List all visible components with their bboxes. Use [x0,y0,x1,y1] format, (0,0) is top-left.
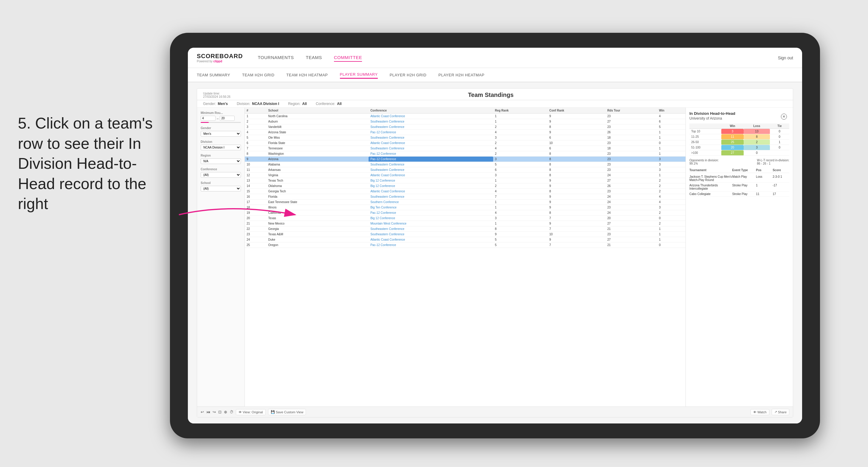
sign-out-link[interactable]: Sign out [778,56,793,60]
table-row[interactable]: 14OklahomaBig 12 Conference29262 [245,183,685,189]
conference-cell: Southeastern Conference [369,146,493,151]
table-row[interactable]: 25OregonPac-12 Conference57210 [245,243,685,248]
app-header: Update time: 27/03/2024 16:56:26 Team St… [197,89,793,100]
tourney-name: Arizona Thunderbirds Intercollegiate [689,184,732,190]
min-rounds-group: Minimum Rou... – [201,111,241,123]
rank-cell: 10 [245,162,267,167]
h2h-close-button[interactable]: ✕ [781,114,787,120]
rounds-slider[interactable] [201,122,241,123]
table-row[interactable]: 5Ole MissSoutheastern Conference36181 [245,135,685,141]
table-row[interactable]: 22GeorgiaSoutheastern Conference87211 [245,226,685,232]
rank-cell: 11 [245,167,267,173]
step-back-icon[interactable]: ⏮ [206,410,210,414]
table-row[interactable]: 17East Tennessee StateSouthern Conferenc… [245,199,685,205]
table-row[interactable]: 24DukeAtlantic Coast Conference59271 [245,237,685,243]
subnav-player-h2h-heatmap[interactable]: PLAYER H2H HEATMAP [438,71,484,79]
table-row[interactable]: 9ArizonaPac-12 Conference38233 [245,157,685,162]
region-select[interactable]: N/A [201,158,241,164]
nav-committee[interactable]: COMMITTEE [334,54,362,62]
min-rounds-sep: – [217,117,219,120]
save-custom-view-button[interactable]: 💾 Save Custom View [268,409,306,415]
view-original-button[interactable]: 👁 View: Original [236,409,266,415]
zoom-fit-icon[interactable]: ⊡ [218,410,221,414]
table-row[interactable]: 11ArkansasSoutheastern Conference68233 [245,167,685,173]
division-select[interactable]: NCAA Division I [201,145,241,150]
rank-cell: 8 [245,151,267,157]
school-cell: Duke [267,237,369,243]
table-row[interactable]: 2AuburnSoutheastern Conference19276 [245,119,685,124]
subnav-team-h2h-grid[interactable]: TEAM H2H GRID [242,71,274,79]
table-row[interactable]: 21New MexicoMountain West Conference1927… [245,221,685,226]
nav-tournaments[interactable]: TOURNAMENTS [258,54,294,62]
top-nav: SCOREBOARD Powered by clippd TOURNAMENTS… [188,48,802,68]
gender-filter-display: Gender: Men's [203,102,228,106]
rds-cell: 24 [606,199,657,205]
table-row[interactable]: 3VanderbiltSoutheastern Conference28235 [245,124,685,130]
table-row[interactable]: 18IllinoisBig Ten Conference19233 [245,205,685,210]
table-row[interactable]: 10AlabamaSoutheastern Conference58233 [245,162,685,167]
conf-rank-cell: 6 [548,146,606,151]
col-rds: Rds Tour [606,108,657,114]
table-row[interactable]: 7TennesseeSoutheastern Conference46181 [245,146,685,151]
zoom-in-icon[interactable]: ⊕ [224,410,227,414]
clock-icon[interactable]: ⏱ [229,410,234,414]
h2h-range-label: Top 10 [689,129,721,134]
h2h-table-row: 51-1002030 [689,145,789,150]
table-row[interactable]: 8WashingtonPac-12 Conference28231 [245,151,685,157]
table-row[interactable]: 12VirginiaAtlantic Coast Conference38241 [245,173,685,178]
conference-cell: Southeastern Conference [369,124,493,130]
table-row[interactable]: 1North CarolinaAtlantic Coast Conference… [245,114,685,119]
table-row[interactable]: 4Arizona StatePac-12 Conference49261 [245,130,685,135]
rank-cell: 23 [245,232,267,237]
wins-cell: 2 [657,178,685,183]
division-filter-display: Division: NCAA Division I [237,102,279,106]
nav-teams[interactable]: TEAMS [306,54,322,62]
h2h-loss-cell: 13 [744,129,770,134]
h2h-tie-cell [770,150,789,156]
share-label: Share [778,410,786,414]
opponents-label: Opponents in division: [689,159,719,162]
h2h-tie-cell: 1 [770,139,789,145]
col-school: School [267,108,369,114]
h2h-table-row: 11-251180 [689,134,789,139]
tourney-name: Cabo Collegiate [689,192,732,196]
table-row[interactable]: 23Texas A&MSoutheastern Conference910231 [245,232,685,237]
school-select[interactable]: (All) [201,186,241,191]
conference-cell: Pac-12 Conference [369,151,493,157]
table-row[interactable]: 20TexasBig 12 Conference37200 [245,216,685,221]
h2h-table-row: >100270 [689,150,789,156]
h2h-range-label: >100 [689,150,721,156]
subnav-team-h2h-heatmap[interactable]: TEAM H2H HEATMAP [286,71,328,79]
rds-cell: 23 [606,151,657,157]
wins-cell: 0 [657,243,685,248]
main-content: Update time: 27/03/2024 16:56:26 Team St… [188,82,802,424]
reg-rank-cell: 2 [493,151,548,157]
conference-select[interactable]: (All) [201,172,241,178]
table-row[interactable]: 16FloridaSoutheastern Conference79244 [245,194,685,199]
undo-icon[interactable]: ↩ [201,410,204,414]
table-row[interactable]: 15Georgia TechAtlantic Coast Conference4… [245,189,685,194]
subnav-team-summary[interactable]: TEAM SUMMARY [197,71,230,79]
table-row[interactable]: 13Texas TechBig 12 Conference19272 [245,178,685,183]
rank-cell: 17 [245,199,267,205]
wins-cell: 4 [657,199,685,205]
min-rounds-max-input[interactable] [220,116,235,121]
redo-icon[interactable]: ↪ [213,410,216,414]
watch-button[interactable]: 👁 Watch [750,409,769,415]
school-cell: Oklahoma [267,183,369,189]
subnav-player-summary[interactable]: PLAYER SUMMARY [340,71,378,79]
school-cell: Georgia Tech [267,189,369,194]
gender-select[interactable]: Men's [201,131,241,136]
min-rounds-input[interactable] [201,116,216,121]
rds-cell: 21 [606,226,657,232]
subnav-player-h2h-grid[interactable]: PLAYER H2H GRID [390,71,427,79]
share-button[interactable]: ↗ Share [772,409,789,415]
table-row[interactable]: 19CaliforniaPac-12 Conference48242 [245,210,685,216]
wins-cell: 2 [657,183,685,189]
table-header-row: # School Conference Reg Rank Conf Rank R… [245,108,685,114]
rds-cell: 23 [606,232,657,237]
rds-cell: 27 [606,178,657,183]
school-cell: Florida State [267,141,369,146]
table-row[interactable]: 6Florida StateAtlantic Coast Conference2… [245,141,685,146]
h2h-tournaments: Tournament Event Type Pos Score Jackson … [689,167,789,197]
